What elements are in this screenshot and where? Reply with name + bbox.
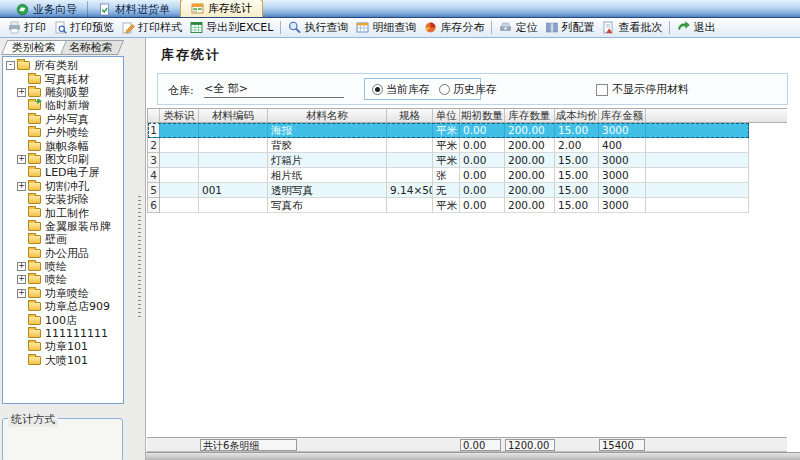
grid-rows: 1海报平米0.00200.0015.0030002背胶平米0.00200.002… xyxy=(147,123,749,213)
radio-history-inventory[interactable]: 历史库存 xyxy=(439,82,497,97)
folder-icon xyxy=(28,195,41,204)
table-row[interactable]: 3灯箱片平米0.00200.0015.003000 xyxy=(148,153,749,168)
tab-inventory-stats[interactable]: 库存统计 xyxy=(180,0,263,17)
run-query-button[interactable]: 执行查询 xyxy=(284,19,352,36)
totals-initial-qty: 0.00 xyxy=(460,439,501,451)
splitter-handle[interactable] xyxy=(138,196,141,318)
toolbar-separator xyxy=(669,21,670,34)
table-row[interactable]: 4相片纸张0.00200.0015.003000 xyxy=(148,168,749,183)
header-cell[interactable]: 成本均价 xyxy=(555,109,599,122)
header-cell-rownum xyxy=(148,109,160,122)
radio-current-inventory-label: 当前库存 xyxy=(386,82,430,97)
hide-disabled-checkbox[interactable]: 不显示停用材料 xyxy=(596,82,689,97)
header-cell[interactable]: 类标识 xyxy=(160,109,199,122)
tab-material-purchase[interactable]: 材料进货单 xyxy=(88,1,180,17)
tree-item[interactable]: 功章101 xyxy=(3,340,123,353)
tree-item[interactable]: 办公用品 xyxy=(3,246,123,259)
table-cell xyxy=(199,153,268,168)
header-cell[interactable]: 单位 xyxy=(433,109,460,122)
expand-toggle[interactable]: + xyxy=(17,262,26,271)
table-cell: 平米 xyxy=(433,198,460,213)
row-number-cell: 4 xyxy=(148,168,160,183)
document-tabbar: 业务向导材料进货单库存统计 xyxy=(0,0,800,18)
tree-item[interactable]: 金翼服装吊牌 xyxy=(3,220,123,233)
tree-item[interactable]: 壁画 xyxy=(3,233,123,246)
tree-root[interactable]: -所有类别 xyxy=(3,59,123,72)
header-cell[interactable]: 规格 xyxy=(387,109,433,122)
stock-distribution-icon xyxy=(424,21,437,34)
tree-root-label: 所有类别 xyxy=(33,59,78,72)
expand-toggle[interactable]: + xyxy=(17,88,26,97)
tree-item[interactable]: 户外写真 xyxy=(3,113,123,126)
tree-item-label: 安装拆除 xyxy=(44,193,89,206)
tree-item[interactable]: 111111111 xyxy=(3,327,123,340)
header-cell[interactable]: 期初数量 xyxy=(460,109,505,122)
table-cell: 200.00 xyxy=(505,153,555,168)
tab-category-search[interactable]: 类别检索 xyxy=(1,40,67,55)
tree-item[interactable]: +功章喷绘 xyxy=(3,287,123,300)
view-batch-button[interactable]: 查看批次 xyxy=(598,19,666,36)
table-cell: 001 xyxy=(199,183,268,198)
table-cell xyxy=(160,198,199,213)
expand-toggle[interactable]: + xyxy=(17,182,26,191)
tree-item[interactable]: +雕刻吸塑 xyxy=(3,86,123,99)
print-style-button[interactable]: 打印样式 xyxy=(118,19,186,36)
exit-button[interactable]: 退出 xyxy=(673,19,719,36)
radio-unselected-icon xyxy=(439,84,450,95)
tab-name-search[interactable]: 名称检索 xyxy=(58,40,124,55)
tree-item[interactable]: 100店 xyxy=(3,313,123,326)
radio-current-inventory[interactable]: 当前库存 xyxy=(372,82,430,97)
tree-item[interactable]: +喷绘 xyxy=(3,273,123,286)
expand-toggle[interactable]: + xyxy=(17,275,26,284)
tree-item[interactable]: 户外喷绘 xyxy=(3,126,123,139)
table-row[interactable]: 5001透明写真9.14×50无0.00200.0015.003000 xyxy=(148,183,749,198)
table-cell-filler xyxy=(646,138,749,153)
hide-disabled-checkbox-label: 不显示停用材料 xyxy=(612,82,689,97)
expand-toggle[interactable]: + xyxy=(17,289,26,298)
app-window: 业务向导材料进货单库存统计 打印打印预览打印样式导出到EXCEL执行查询明细查询… xyxy=(0,0,800,460)
tab-business-wizard[interactable]: 业务向导 xyxy=(6,1,88,17)
tree-item-label: 功章喷绘 xyxy=(44,287,89,300)
tree-item[interactable]: 临时新增 xyxy=(3,99,123,112)
column-config-button[interactable]: 列配置 xyxy=(541,19,598,36)
tree-item[interactable]: 加工制作 xyxy=(3,206,123,219)
header-cell[interactable]: 库存数量 xyxy=(505,109,555,122)
folder-icon xyxy=(28,168,41,177)
print-preview-button[interactable]: 打印预览 xyxy=(50,19,118,36)
table-cell xyxy=(160,183,199,198)
tree-item[interactable]: 功章总店909 xyxy=(3,300,123,313)
header-cell[interactable]: 库存金额 xyxy=(599,109,646,122)
tree-item[interactable]: LED电子屏 xyxy=(3,166,123,179)
tree-item-label: 图文印刷 xyxy=(44,153,89,166)
table-cell: 15.00 xyxy=(555,183,599,198)
tree-item-label: 旗帜条幅 xyxy=(44,139,89,152)
table-row[interactable]: 2背胶平米0.00200.002.00400 xyxy=(148,138,749,153)
export-excel-button[interactable]: 导出到EXCEL xyxy=(186,19,277,36)
table-cell xyxy=(160,123,199,138)
tree-item[interactable]: 写真耗材 xyxy=(3,72,123,85)
tree-item-label: 100店 xyxy=(44,313,77,326)
table-cell: 3000 xyxy=(599,198,646,213)
expand-toggle[interactable]: + xyxy=(17,155,26,164)
tree-item[interactable]: 安装拆除 xyxy=(3,193,123,206)
tree-item[interactable]: 旗帜条幅 xyxy=(3,139,123,152)
detail-query-button[interactable]: 明细查询 xyxy=(352,19,420,36)
warehouse-select[interactable]: <全 部> xyxy=(204,81,344,98)
tree-item[interactable]: +喷绘 xyxy=(3,260,123,273)
exit-button-label: 退出 xyxy=(693,20,715,35)
folder-icon xyxy=(28,249,41,258)
table-row[interactable]: 1海报平米0.00200.0015.003000 xyxy=(148,123,749,138)
tree-item[interactable]: +图文印刷 xyxy=(3,153,123,166)
print-button[interactable]: 打印 xyxy=(4,19,50,36)
header-cell[interactable]: 材料编码 xyxy=(199,109,268,122)
table-row[interactable]: 6写真布平米0.00200.0015.003000 xyxy=(148,198,749,213)
locate-button[interactable]: 定位 xyxy=(495,19,541,36)
stock-distribution-button[interactable]: 库存分布 xyxy=(420,19,488,36)
tree-item[interactable]: 大喷101 xyxy=(3,354,123,367)
tree-item[interactable]: +切割冲孔 xyxy=(3,180,123,193)
table-cell xyxy=(387,153,433,168)
header-cell[interactable]: 材料名称 xyxy=(268,109,387,122)
table-cell: 0.00 xyxy=(460,183,505,198)
collapse-toggle[interactable]: - xyxy=(6,61,15,70)
table-cell xyxy=(160,138,199,153)
